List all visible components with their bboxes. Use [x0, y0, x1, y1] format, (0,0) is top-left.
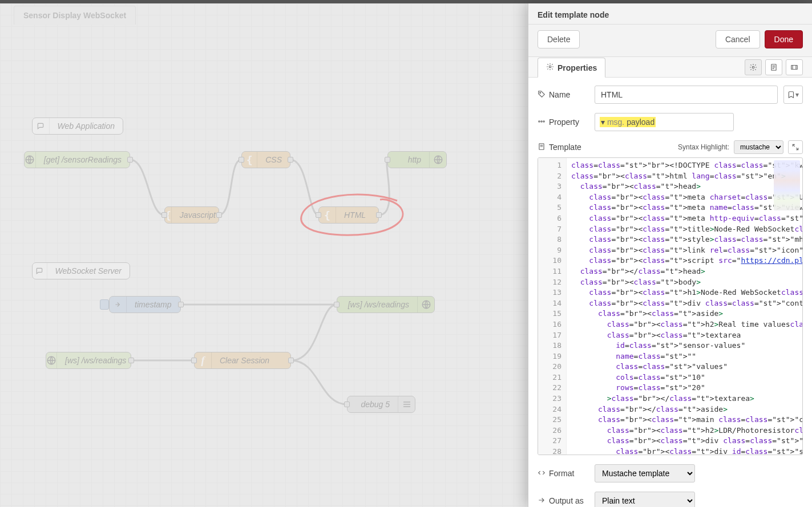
- done-button[interactable]: Done: [765, 30, 803, 48]
- node-label: HTML: [336, 210, 374, 220]
- syntax-highlight-label: Syntax Highlight:: [678, 143, 729, 151]
- globe-icon: [25, 152, 36, 168]
- name-input[interactable]: [595, 86, 778, 104]
- globe-icon: [429, 152, 446, 168]
- editor-minimap[interactable]: [774, 160, 800, 210]
- input-port[interactable]: [344, 401, 350, 407]
- output-as-label: Output as: [538, 496, 589, 506]
- canvas-dimmer: [0, 3, 528, 507]
- node-label: WebSocket Server: [47, 266, 130, 275]
- template-icon: {: [242, 152, 257, 168]
- input-port[interactable]: [334, 302, 340, 307]
- output-port[interactable]: [127, 157, 133, 163]
- node-inject-timestamp[interactable]: timestamp: [109, 296, 181, 313]
- node-function-clear-session[interactable]: f Clear Session: [194, 352, 291, 369]
- template-code-editor[interactable]: 1234567891011121314151617181920212223242…: [538, 157, 803, 455]
- svg-point-8: [540, 92, 541, 93]
- code-icon: [538, 469, 546, 478]
- tag-icon: [538, 90, 546, 100]
- tab-properties[interactable]: Properties: [538, 58, 605, 78]
- output-port[interactable]: [216, 212, 222, 218]
- gear-icon: [546, 63, 554, 72]
- name-label: Name: [538, 90, 589, 100]
- svg-rect-7: [791, 65, 798, 69]
- panel-toolbar: Delete Cancel Done: [528, 25, 812, 57]
- editor-code-view[interactable]: class=class="st">"br"><!DOCTYPE class=cl…: [567, 158, 802, 455]
- output-as-select[interactable]: Plain text: [595, 492, 695, 507]
- output-port[interactable]: [178, 302, 184, 307]
- node-label: timestamp: [127, 300, 180, 309]
- comment-icon: [33, 118, 50, 134]
- template-label: Template: [549, 143, 581, 152]
- svg-point-5: [752, 66, 754, 68]
- editor-gutter: 1234567891011121314151617181920212223242…: [538, 158, 567, 455]
- input-port[interactable]: [239, 157, 244, 163]
- node-label: [ws] /ws/readings: [57, 356, 134, 365]
- flow-tab[interactable]: Sensor Display WebSocket: [14, 6, 136, 25]
- name-preset-button[interactable]: ▾: [783, 86, 803, 104]
- ellipsis-icon: [538, 117, 546, 127]
- input-port[interactable]: [385, 157, 390, 163]
- caret-down-icon: ▾: [601, 117, 605, 127]
- property-label: Property: [538, 117, 589, 127]
- node-template-html[interactable]: { HTML: [318, 206, 379, 224]
- property-prefix: msg.: [607, 117, 624, 127]
- node-label: CSS: [257, 155, 290, 164]
- node-label: Clear Session: [212, 356, 277, 365]
- cancel-button[interactable]: Cancel: [716, 30, 760, 48]
- input-port[interactable]: [316, 212, 321, 218]
- function-icon: f: [195, 352, 212, 368]
- panel-body: Name ▾ Property ▾: [528, 78, 812, 507]
- node-template-javascript[interactable]: { Javascript: [164, 206, 219, 224]
- edit-panel: Edit template node Delete Cancel Done Pr…: [528, 3, 812, 507]
- description-icon-button[interactable]: [765, 59, 782, 75]
- property-input[interactable]: ▾ msg. payload: [595, 113, 734, 131]
- node-template-css[interactable]: { CSS: [241, 151, 290, 168]
- output-port[interactable]: [128, 358, 134, 363]
- panel-title: Edit template node: [528, 3, 812, 25]
- node-label: [get] /sensorReadings: [36, 155, 130, 164]
- node-http-response[interactable]: http: [387, 151, 447, 168]
- node-debug-5[interactable]: debug 5: [347, 396, 415, 413]
- svg-point-10: [541, 120, 542, 121]
- expand-editor-button[interactable]: [788, 140, 803, 154]
- input-port[interactable]: [161, 212, 167, 218]
- node-http-in-sensorreadings[interactable]: [get] /sensorReadings: [24, 151, 130, 168]
- node-label: [ws] /ws/readings: [340, 300, 417, 309]
- wire-layer: [0, 3, 528, 507]
- format-select[interactable]: Mustache template: [595, 464, 695, 482]
- svg-point-9: [539, 120, 540, 121]
- appearance-icon-button[interactable]: [786, 59, 803, 75]
- output-port[interactable]: [376, 212, 382, 218]
- output-port[interactable]: [288, 358, 294, 363]
- globe-icon: [46, 352, 57, 368]
- svg-point-4: [549, 66, 551, 68]
- svg-point-11: [543, 120, 544, 121]
- comment-icon: [33, 263, 47, 279]
- caret-down-icon: ▾: [795, 91, 799, 99]
- template-file-icon: [538, 143, 546, 152]
- delete-button[interactable]: Delete: [538, 30, 580, 48]
- comment-node-web-application[interactable]: Web Application: [32, 117, 123, 135]
- arrow-right-icon: [538, 496, 546, 506]
- syntax-highlight-select[interactable]: mustache: [734, 140, 783, 154]
- gear-icon-button[interactable]: [745, 59, 762, 75]
- input-port[interactable]: [191, 358, 197, 363]
- node-label: debug 5: [353, 400, 398, 409]
- panel-tab-row: Properties: [528, 57, 812, 78]
- node-label: Web Application: [50, 121, 123, 131]
- template-icon: {: [319, 207, 336, 223]
- format-label: Format: [538, 469, 589, 478]
- comment-node-websocket-server[interactable]: WebSocket Server: [32, 262, 130, 279]
- node-ws-in-readings[interactable]: [ws] /ws/readings: [46, 352, 131, 369]
- node-ws-out-readings[interactable]: [ws] /ws/readings: [337, 296, 435, 313]
- inject-button[interactable]: [100, 299, 109, 310]
- property-key: payload: [627, 117, 655, 127]
- output-port[interactable]: [288, 157, 293, 163]
- globe-icon: [417, 297, 434, 313]
- flow-canvas[interactable]: Sensor Display WebSocket Web Applicat: [0, 3, 528, 507]
- debug-icon: [398, 396, 415, 412]
- inject-icon: [110, 297, 127, 313]
- tab-properties-label: Properties: [558, 63, 597, 72]
- node-label: http: [400, 155, 429, 164]
